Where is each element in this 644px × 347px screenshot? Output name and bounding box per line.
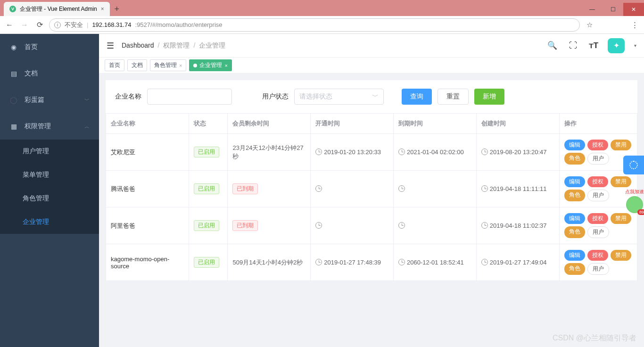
reset-button[interactable]: 重置 bbox=[438, 89, 469, 105]
cell-open bbox=[311, 171, 394, 207]
sidebar-sub-menu[interactable]: 菜单管理 bbox=[0, 163, 99, 187]
op-role[interactable]: 角色 bbox=[564, 153, 585, 165]
cell-status: 已启用 bbox=[189, 171, 228, 207]
search-icon[interactable]: 🔍 bbox=[545, 41, 559, 50]
forward-button[interactable]: → bbox=[19, 21, 30, 29]
op-user[interactable]: 用户 bbox=[587, 153, 609, 165]
op-edit[interactable]: 编辑 bbox=[564, 213, 585, 224]
table-header-row: 企业名称 状态 会员剩余时间 开通时间 到期时间 创建时间 操作 bbox=[106, 114, 637, 134]
fullscreen-icon[interactable]: ⛶ bbox=[566, 41, 579, 50]
table-row: 阿里爸爸 已启用 已到期 2019-04-18 11:02:37 编辑 授权 禁… bbox=[106, 207, 637, 244]
watermark: CSDN @心兰相随引导者 bbox=[553, 333, 636, 343]
op-user[interactable]: 用户 bbox=[587, 263, 609, 275]
top-bar: ☰ Dashboard / 权限管理 / 企业管理 🔍 ⛶ ᴛT ✦ ▾ bbox=[99, 34, 644, 58]
op-role[interactable]: 角色 bbox=[564, 263, 585, 275]
status-tag: 已启用 bbox=[194, 220, 219, 231]
clock-icon bbox=[398, 149, 405, 155]
op-auth[interactable]: 授权 bbox=[587, 250, 608, 261]
cell-open: 2019-01-20 13:20:33 bbox=[311, 134, 394, 171]
sidebar-item-docs[interactable]: ▤ 文档 bbox=[0, 60, 99, 87]
panel: 企业名称 用户状态 请选择状态 ﹀ 查询 重置 新增 bbox=[106, 80, 637, 281]
cell-status: 已启用 bbox=[189, 134, 228, 171]
cell-remain: 已到期 bbox=[228, 171, 311, 207]
browser-tab[interactable]: V 企业管理 - Vue Element Admin × bbox=[4, 2, 110, 16]
profile-dropdown-icon[interactable]: ▾ bbox=[634, 43, 636, 48]
table-row: 腾讯爸爸 已启用 已到期 2019-04-18 11:11:11 编辑 授权 禁… bbox=[106, 171, 637, 207]
cell-remain: 已到期 bbox=[228, 207, 311, 244]
op-auth[interactable]: 授权 bbox=[587, 213, 608, 224]
tag-docs[interactable]: 文档 bbox=[127, 59, 147, 71]
cell-open: 2019-01-27 17:48:39 bbox=[311, 244, 394, 281]
name-input[interactable] bbox=[147, 89, 232, 105]
cell-status: 已启用 bbox=[189, 244, 228, 281]
th-create: 创建时间 bbox=[476, 114, 559, 134]
crumb-enterprise: 企业管理 bbox=[199, 41, 225, 50]
add-button[interactable]: 新增 bbox=[474, 89, 504, 105]
query-button[interactable]: 查询 bbox=[402, 89, 432, 105]
insecure-label: 不安全 bbox=[65, 21, 83, 29]
op-user[interactable]: 用户 bbox=[587, 226, 609, 238]
breadcrumb: Dashboard / 权限管理 / 企业管理 bbox=[122, 41, 225, 50]
speed-label: 点我加速 bbox=[625, 189, 644, 195]
op-auth[interactable]: 授权 bbox=[587, 176, 608, 187]
tab-close-icon[interactable]: × bbox=[101, 6, 104, 12]
op-auth[interactable]: 授权 bbox=[587, 140, 608, 150]
sidebar-item-egg[interactable]: ◯ 彩蛋篇 ﹀ bbox=[0, 87, 99, 113]
cell-ops: 编辑 授权 禁用 角色 用户 bbox=[559, 244, 637, 281]
settings-drawer-button[interactable] bbox=[623, 156, 644, 174]
address-bar: ← → ⟳ i 不安全 | 192.168.31.74:9527/#/momo/… bbox=[0, 16, 644, 34]
op-role[interactable]: 角色 bbox=[564, 190, 585, 201]
op-edit[interactable]: 编辑 bbox=[564, 250, 585, 261]
sidebar-sub-role[interactable]: 角色管理 bbox=[0, 187, 99, 210]
info-icon: i bbox=[54, 22, 61, 28]
textsize-icon[interactable]: ᴛT bbox=[587, 41, 600, 50]
status-tag: 已启用 bbox=[194, 183, 219, 194]
tag-home[interactable]: 首页 bbox=[105, 59, 124, 71]
sidebar-item-auth[interactable]: ▦ 权限管理 ︿ bbox=[0, 113, 99, 140]
reload-button[interactable]: ⟳ bbox=[34, 20, 45, 29]
speed-badge: 89 bbox=[637, 209, 644, 215]
op-role[interactable]: 角色 bbox=[564, 226, 585, 238]
cell-name: 艾欧尼亚 bbox=[106, 134, 189, 171]
op-disable[interactable]: 禁用 bbox=[611, 140, 631, 150]
sidebar-sub-user[interactable]: 用户管理 bbox=[0, 140, 99, 163]
tag-role[interactable]: 角色管理× bbox=[150, 59, 186, 71]
op-disable[interactable]: 禁用 bbox=[611, 213, 631, 224]
name-label: 企业名称 bbox=[115, 92, 141, 101]
status-select[interactable]: 请选择状态 ﹀ bbox=[294, 89, 384, 105]
speed-widget[interactable]: 点我加速 89 bbox=[625, 189, 644, 214]
menu-icon[interactable]: ⋮ bbox=[629, 21, 640, 29]
sidebar-sub-enterprise[interactable]: 企业管理 bbox=[0, 210, 99, 234]
hamburger-icon[interactable]: ☰ bbox=[107, 41, 114, 51]
back-button[interactable]: ← bbox=[4, 21, 15, 29]
close-icon[interactable]: × bbox=[224, 63, 227, 68]
minimize-button[interactable]: — bbox=[582, 3, 603, 16]
op-edit[interactable]: 编辑 bbox=[564, 140, 585, 150]
theme-button[interactable]: ✦ bbox=[608, 38, 625, 53]
status-tag: 已启用 bbox=[194, 147, 219, 157]
window-controls: — ☐ ✕ bbox=[582, 3, 644, 16]
close-icon[interactable]: × bbox=[179, 63, 182, 68]
cell-open bbox=[311, 207, 394, 244]
grid-icon: ▦ bbox=[9, 123, 18, 130]
star-icon[interactable]: ☆ bbox=[584, 21, 595, 29]
clock-icon bbox=[315, 259, 322, 265]
op-user[interactable]: 用户 bbox=[587, 190, 609, 201]
tab-bar: V 企业管理 - Vue Element Admin × + — ☐ ✕ bbox=[0, 0, 644, 16]
cell-create: 2019-04-18 11:02:37 bbox=[476, 207, 559, 244]
cell-name: kagome-momo-open-source bbox=[106, 244, 189, 281]
url-input[interactable]: i 不安全 | 192.168.31.74:9527/#/momo/author… bbox=[49, 18, 580, 32]
speed-circle-icon: 89 bbox=[626, 196, 643, 213]
close-window-button[interactable]: ✕ bbox=[623, 3, 644, 16]
browser-chrome: V 企业管理 - Vue Element Admin × + — ☐ ✕ ← →… bbox=[0, 0, 644, 34]
maximize-button[interactable]: ☐ bbox=[603, 3, 623, 16]
document-icon: ▤ bbox=[9, 70, 18, 77]
new-tab-button[interactable]: + bbox=[110, 2, 124, 16]
op-disable[interactable]: 禁用 bbox=[611, 250, 631, 261]
op-disable[interactable]: 禁用 bbox=[611, 176, 631, 187]
tag-enterprise[interactable]: 企业管理× bbox=[189, 59, 231, 71]
sidebar-item-home[interactable]: ◉ 首页 bbox=[0, 34, 99, 60]
op-edit[interactable]: 编辑 bbox=[564, 176, 585, 187]
crumb-dashboard[interactable]: Dashboard bbox=[122, 41, 154, 50]
cell-create: 2019-04-18 11:11:11 bbox=[476, 171, 559, 207]
